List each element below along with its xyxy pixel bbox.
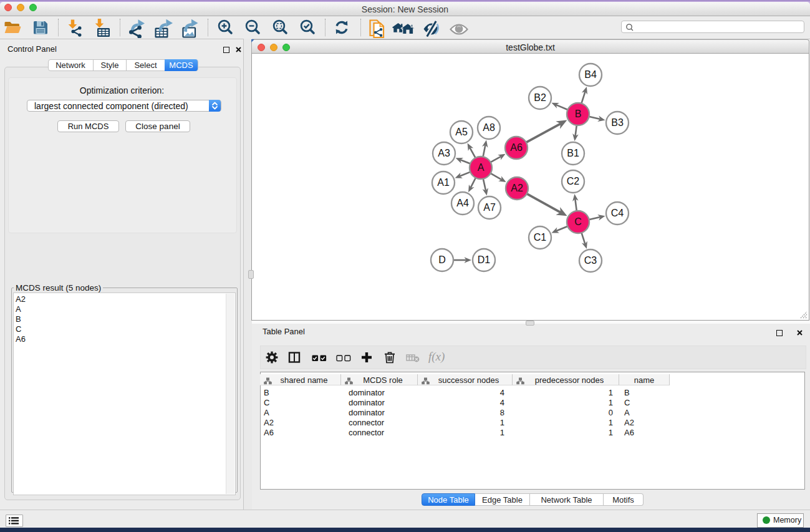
- svg-text:A8: A8: [483, 122, 495, 133]
- svg-text:D1: D1: [478, 254, 491, 265]
- svg-text:A2: A2: [511, 183, 523, 193]
- svg-text:B1: B1: [567, 148, 579, 158]
- svg-text:C3: C3: [584, 255, 597, 266]
- svg-text:D: D: [438, 254, 446, 265]
- svg-text:A7: A7: [483, 202, 496, 213]
- svg-text:B4: B4: [584, 69, 597, 80]
- svg-text:A4: A4: [456, 198, 469, 208]
- svg-text:A6: A6: [510, 142, 523, 153]
- svg-text:B3: B3: [611, 117, 624, 128]
- svg-text:A5: A5: [455, 127, 468, 137]
- svg-text:C4: C4: [611, 208, 624, 218]
- svg-text:C: C: [574, 216, 582, 227]
- svg-text:B: B: [575, 109, 582, 119]
- svg-text:A3: A3: [438, 148, 450, 158]
- svg-text:A: A: [478, 162, 485, 173]
- svg-text:B2: B2: [534, 92, 546, 103]
- svg-text:A1: A1: [437, 177, 450, 188]
- svg-text:C2: C2: [567, 176, 580, 186]
- svg-text:C1: C1: [534, 232, 547, 243]
